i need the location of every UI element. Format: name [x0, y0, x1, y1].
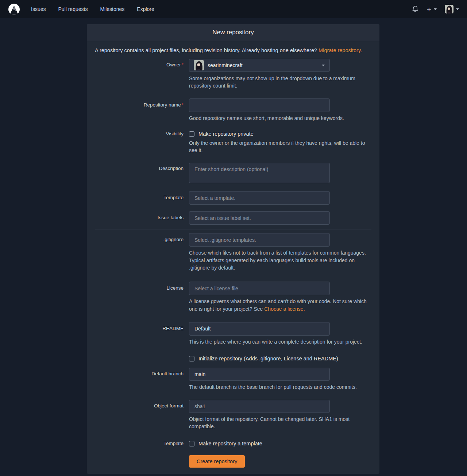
template-flag-checkbox[interactable]: [189, 441, 194, 446]
readme-input[interactable]: [189, 322, 330, 336]
migrate-repository-link[interactable]: Migrate repository.: [319, 47, 362, 53]
repo-name-label: Repository name*: [95, 98, 189, 122]
issue-labels-label: Issue labels: [95, 211, 189, 225]
readme-label: README: [95, 322, 189, 345]
section-divider: [95, 229, 371, 229]
init-repo-checkbox-label[interactable]: Initialize repository (Adds .gitignore, …: [198, 356, 338, 361]
required-asterisk: *: [182, 102, 184, 108]
license-input[interactable]: [189, 282, 330, 295]
license-row: License A license governs what others ca…: [95, 282, 371, 313]
gitignore-label: .gitignore: [95, 233, 189, 271]
issue-labels-input[interactable]: [189, 211, 330, 225]
owner-value: searinminecraft: [208, 62, 322, 68]
issue-labels-row: Issue labels: [95, 211, 371, 225]
object-format-row: Object format Object format of the repos…: [95, 400, 371, 430]
readme-help: This is the place where you can write a …: [189, 338, 371, 345]
submit-row: Create repository: [95, 455, 371, 468]
choose-license-link[interactable]: Choose a license.: [264, 306, 305, 312]
visibility-row: Visibility Make repository private Only …: [95, 131, 371, 154]
user-menu[interactable]: [445, 5, 459, 13]
license-help: A license governs what others can and ca…: [189, 298, 371, 313]
owner-dropdown[interactable]: searinminecraft: [189, 59, 330, 72]
default-branch-input[interactable]: [189, 368, 330, 381]
bell-icon[interactable]: [412, 5, 419, 13]
panel-body: A repository contains all project files,…: [87, 41, 379, 474]
template-flag-row: Template Make repository a template: [95, 440, 371, 446]
owner-row: Owner* searinminecraft: [95, 59, 371, 90]
repo-name-row: Repository name* Good repository names u…: [95, 98, 371, 122]
private-checkbox[interactable]: [189, 131, 194, 137]
repo-name-help: Good repository names use short, memorab…: [189, 115, 371, 122]
init-repo-checkbox[interactable]: [189, 356, 194, 361]
avatar: [445, 5, 454, 13]
template-select-label: Template: [95, 191, 189, 205]
object-format-select[interactable]: [189, 400, 330, 413]
default-branch-help: The default branch is the base branch fo…: [189, 383, 371, 391]
owner-help: Some organizations may not show up in th…: [189, 75, 371, 90]
new-repository-panel: New repository A repository contains all…: [87, 24, 379, 474]
gitignore-help: Choose which files not to track from a l…: [189, 249, 371, 271]
plus-icon: +: [427, 5, 431, 13]
owner-avatar: [194, 60, 204, 70]
create-repository-button[interactable]: Create repository: [189, 455, 245, 468]
chevron-down-icon: [434, 8, 437, 10]
visibility-label: Visibility: [95, 131, 189, 154]
intro-text: A repository contains all project files,…: [95, 47, 371, 53]
gitignore-row: .gitignore Choose which files not to tra…: [95, 233, 371, 271]
description-label: Description: [95, 163, 189, 185]
object-format-help: Object format of the repository. Cannot …: [189, 415, 371, 430]
codeberg-logo[interactable]: [8, 3, 20, 15]
navbar-right: +: [412, 5, 459, 13]
required-asterisk: *: [182, 62, 184, 67]
visibility-help: Only the owner or the organization membe…: [189, 139, 371, 154]
default-branch-row: Default branch The default branch is the…: [95, 368, 371, 391]
owner-label-text: Owner: [166, 62, 181, 67]
nav-item-issues[interactable]: Issues: [31, 6, 46, 12]
repo-name-input[interactable]: [189, 98, 330, 112]
top-navbar: Issues Pull requests Milestones Explore …: [0, 0, 467, 18]
intro-text-span: A repository contains all project files,…: [95, 47, 317, 53]
page-title: New repository: [212, 29, 254, 36]
init-repo-row: Initialize repository (Adds .gitignore, …: [95, 355, 371, 361]
default-branch-label: Default branch: [95, 368, 189, 391]
chevron-down-icon: [456, 8, 459, 10]
template-select-input[interactable]: [189, 191, 330, 205]
description-input[interactable]: [189, 163, 330, 183]
object-format-label: Object format: [95, 400, 189, 430]
template-flag-checkbox-label[interactable]: Make repository a template: [198, 441, 262, 446]
init-repo-label-spacer: [95, 355, 189, 361]
nav-menu: Issues Pull requests Milestones Explore: [31, 6, 154, 12]
gitignore-input[interactable]: [189, 233, 330, 247]
chevron-down-icon: [322, 65, 325, 66]
repo-name-label-text: Repository name: [144, 102, 181, 108]
readme-row: README This is the place where you can w…: [95, 322, 371, 345]
nav-item-explore[interactable]: Explore: [137, 6, 154, 12]
nav-item-milestones[interactable]: Milestones: [100, 6, 124, 12]
owner-label: Owner*: [95, 59, 189, 90]
panel-header: New repository: [87, 24, 379, 41]
license-label: License: [95, 282, 189, 313]
submit-label-spacer: [95, 455, 189, 468]
nav-item-pull-requests[interactable]: Pull requests: [58, 6, 88, 12]
private-checkbox-label[interactable]: Make repository private: [198, 131, 254, 137]
template-select-row: Template: [95, 191, 371, 205]
description-row: Description: [95, 163, 371, 185]
create-menu[interactable]: +: [427, 5, 437, 13]
template-flag-label: Template: [95, 440, 189, 446]
